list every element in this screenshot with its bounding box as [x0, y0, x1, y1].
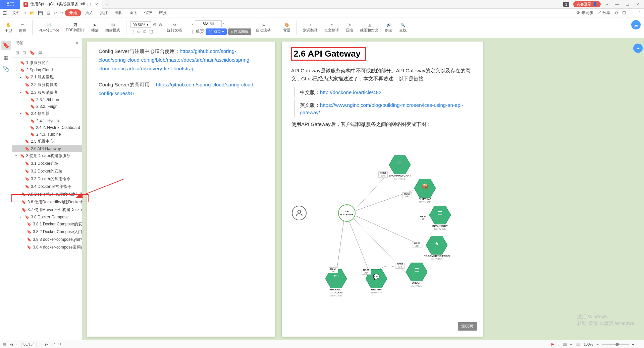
prev-page-icon[interactable]: ‹ — [192, 21, 194, 26]
settings-icon[interactable]: ⚙ — [614, 11, 618, 15]
sb-page-input[interactable]: 86/154 — [21, 342, 37, 347]
cloud-sync-button[interactable]: ☁ — [631, 20, 641, 29]
feedback-icon[interactable]: ☐ — [622, 11, 626, 15]
floating-assistant-button[interactable]: ✦ — [633, 44, 643, 53]
actual-size-icon[interactable]: ⊡ — [143, 29, 147, 34]
bookmark-item[interactable]: ▾🔖2.4 熔断器 — [12, 110, 82, 118]
sb-first-page[interactable]: ⏮ — [9, 342, 13, 346]
bookmark-item[interactable]: 🔖2.4.2. Hystrix Dashboard — [12, 124, 82, 131]
continuous-read-button[interactable]: ≡ 连续阅读 — [228, 28, 251, 35]
collapse-all-icon[interactable]: ⊟ — [22, 50, 26, 55]
menu-insert[interactable]: 插入 — [83, 9, 96, 17]
rotate-tool[interactable]: ⟲旋转文档 — [165, 23, 184, 33]
sb-forward-icon[interactable]: ↷ — [58, 342, 61, 346]
collapse-ribbon-icon[interactable]: ⌃ — [638, 11, 641, 15]
select-tool[interactable]: ▭选择 — [17, 22, 28, 33]
new-tab-button[interactable]: + — [102, 1, 112, 7]
redo-icon[interactable]: ↷ — [60, 11, 64, 15]
fit-width-icon[interactable]: ⬚ — [130, 29, 134, 34]
attachment-rail-icon[interactable]: 📎 — [3, 66, 9, 72]
compare-tool[interactable]: ◫截图和对比 — [358, 23, 380, 33]
bookmark-item[interactable]: 🔖3.8.3 docker-compose.yml常用命令 — [12, 236, 82, 243]
bookmark-item[interactable]: 🔖3.4 Dockerfile常用指令 — [12, 183, 82, 191]
sync-status[interactable]: ⟳ 未同步 — [577, 10, 593, 16]
dropdown-icon[interactable]: ▾ — [605, 2, 609, 7]
sb-zoom-out[interactable]: − — [596, 342, 598, 346]
bookmark-item[interactable]: 🔖1 微服务简介 — [12, 59, 82, 67]
file-dropdown-icon[interactable]: ▾ — [24, 11, 26, 15]
sb-view-single[interactable]: ▯ — [557, 342, 559, 346]
home-tab[interactable]: 首页 — [0, 0, 20, 9]
menu-convert[interactable]: 转换 — [156, 9, 170, 17]
sidebar-close-icon[interactable]: ✕ — [75, 41, 79, 46]
sb-view-double[interactable]: ▯▯ — [563, 342, 567, 346]
bookmark-options-icon[interactable]: ▤ — [38, 50, 42, 55]
sb-zoom-value[interactable]: 100% — [584, 342, 593, 346]
document-viewport[interactable]: Config Server与注册中心联合使用：https://github.co… — [83, 38, 644, 340]
notification-badge[interactable]: 1 — [563, 2, 569, 7]
word-translate-tool[interactable]: ⚬划词翻译 — [301, 23, 320, 33]
save-icon[interactable]: 💾 — [38, 11, 43, 15]
read-mode-tool[interactable]: 📖阅读模式 — [103, 23, 122, 33]
find-tool[interactable]: 🔍查找 — [397, 23, 409, 33]
compress-tool[interactable]: ⇲压缩 — [344, 23, 355, 33]
menu-edit[interactable]: 编辑 — [112, 9, 125, 17]
print-icon[interactable]: 🖨 — [46, 11, 50, 15]
sb-record-icon[interactable]: ▶ — [551, 342, 554, 346]
full-translate-tool[interactable]: ⚬全文翻译 — [322, 23, 341, 33]
sb-last-page[interactable]: ⏭ — [45, 342, 49, 346]
sb-back-icon[interactable]: ↶ — [52, 342, 55, 346]
sb-fullscreen-icon[interactable]: ⛶ — [638, 342, 641, 346]
add-bookmark-icon[interactable]: 🔖 — [30, 50, 35, 55]
maximize-icon[interactable]: ☐ — [624, 2, 631, 7]
zoom-input[interactable]: 99.56% ▾ — [130, 21, 151, 28]
menu-protect[interactable]: 保护 — [142, 9, 155, 17]
zoom-in-icon[interactable]: ⊕ — [153, 22, 157, 27]
bookmark-item[interactable]: ▾🔖3 使用Docker构建微服务 — [12, 152, 82, 160]
bookmark-item[interactable]: ▾🔖2 Spring Cloud — [12, 67, 82, 73]
pdf-to-office[interactable]: 📄PDF转Office — [37, 23, 61, 33]
bookmark-item[interactable]: 🔖3.2 Docker的安装 — [12, 167, 82, 175]
sb-view-continuous[interactable]: ≡ — [570, 342, 572, 346]
double-page-button[interactable]: ▯▯ 双页 ▾ — [206, 28, 226, 35]
bookmark-item[interactable]: ▸🔖2.1 服务发现 — [12, 73, 82, 81]
zoom-out-icon[interactable]: ⊖ — [159, 22, 162, 27]
bookmark-item[interactable]: ▾🔖3.8 Docker Compose — [12, 214, 82, 220]
background-tool[interactable]: 🎨背景 — [281, 23, 292, 33]
link-en[interactable]: https://www.nginx.com/blog/building-micr… — [300, 102, 463, 115]
single-page-button[interactable]: ▯ 单页 — [192, 28, 205, 35]
autoscroll-tool[interactable]: ⇅自动滚动 — [254, 23, 273, 33]
bookmark-item[interactable]: 🔖3.3 Docker的常用命令 — [12, 175, 82, 183]
menu-annotate[interactable]: 批注 — [97, 9, 111, 17]
file-tab[interactable]: P 使用SpringCl...r实战微服务.pdf ▢ ✕ — [20, 0, 102, 9]
bookmark-item[interactable]: 🔖3.8.2 Docker Compose入门示例 — [12, 228, 82, 236]
next-page-icon[interactable]: › — [223, 21, 224, 26]
link-zh[interactable]: http://dockone.io/article/482 — [320, 89, 381, 95]
bookmark-rail-icon[interactable]: 🔖 — [1, 41, 11, 50]
undo-icon[interactable]: ↶ — [54, 11, 57, 15]
sb-next-page[interactable]: › — [40, 342, 42, 346]
share-button[interactable]: ↗ 分享 — [597, 10, 610, 16]
bookmark-item[interactable]: 🔖2.3.1 Ribbon — [12, 96, 82, 103]
menu-page[interactable]: 页面 — [127, 9, 140, 17]
bookmark-item[interactable]: 🔖3.7 使用Maven插件构建Docker镜像 — [12, 206, 82, 214]
bookmark-item[interactable]: 🔖2.5 配置中心 — [12, 138, 82, 145]
hand-tool[interactable]: ✋手型 — [3, 22, 14, 33]
sb-zoom-in[interactable]: + — [632, 342, 634, 346]
expand-all-icon[interactable]: ⊞ — [15, 50, 19, 55]
guest-login-button[interactable]: 访客登录 👤 — [573, 1, 601, 7]
menu-start[interactable]: 开始 — [65, 9, 81, 16]
fit-page-icon[interactable]: ▭ — [137, 29, 141, 34]
bookmark-item[interactable]: 🔖2.4.1. Hystrix — [12, 118, 82, 124]
close-window-icon[interactable]: ✕ — [635, 2, 641, 7]
close-tab-icon[interactable]: ✕ — [95, 2, 98, 7]
bookmark-item[interactable]: 🔖3.1 Docker介绍 — [12, 160, 82, 167]
bookmark-item[interactable]: 🔖3.8.4 docker-compose常用命令 — [12, 243, 82, 251]
play-tool[interactable]: ▶播放 — [89, 23, 101, 33]
more-icon[interactable]: ⋯ — [630, 11, 634, 15]
bookmark-item[interactable]: 🔖2.3.2. Feign — [12, 103, 82, 110]
bookmark-item[interactable]: 🔖3.8.1 Docker Compose的安装 — [12, 220, 82, 228]
bookmark-item[interactable]: ▾🔖2.3 服务消费者 — [12, 89, 82, 96]
bookmark-item[interactable]: 🔖3.5 Docker私有仓库的搭建与使用 — [12, 191, 82, 198]
file-menu[interactable]: 文件 — [10, 9, 23, 17]
